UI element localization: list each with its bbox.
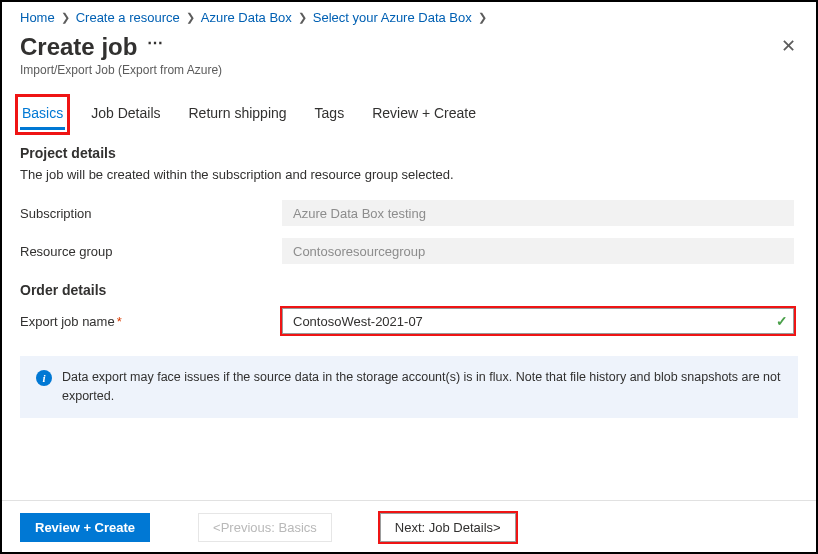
chevron-right-icon: ❯ xyxy=(478,11,487,24)
breadcrumb-azure-data-box[interactable]: Azure Data Box xyxy=(201,10,292,25)
info-icon: i xyxy=(36,370,52,386)
breadcrumb: Home ❯ Create a resource ❯ Azure Data Bo… xyxy=(20,8,798,33)
close-icon[interactable]: ✕ xyxy=(781,33,798,55)
export-job-name-input[interactable] xyxy=(282,308,794,334)
tab-job-details[interactable]: Job Details xyxy=(89,99,162,130)
subscription-label: Subscription xyxy=(20,206,282,221)
info-text: Data export may face issues if the sourc… xyxy=(62,368,782,406)
order-details-heading: Order details xyxy=(20,282,798,298)
breadcrumb-select-data-box[interactable]: Select your Azure Data Box xyxy=(313,10,472,25)
create-job-blade: Home ❯ Create a resource ❯ Azure Data Bo… xyxy=(0,0,818,554)
export-job-name-label: Export job name* xyxy=(20,314,282,329)
tab-review-create[interactable]: Review + Create xyxy=(370,99,478,130)
page-subtitle: Import/Export Job (Export from Azure) xyxy=(20,63,222,77)
subscription-value: Azure Data Box testing xyxy=(282,200,794,226)
page-title: Create job ⋯ xyxy=(20,33,222,61)
tab-tags[interactable]: Tags xyxy=(313,99,347,130)
more-actions-icon[interactable]: ⋯ xyxy=(147,35,163,51)
info-banner: i Data export may face issues if the sou… xyxy=(20,356,798,418)
tab-basics[interactable]: Basics xyxy=(20,99,65,130)
breadcrumb-home[interactable]: Home xyxy=(20,10,55,25)
previous-basics-button: <Previous: Basics xyxy=(198,513,332,542)
resource-group-value: Contosoresourcegroup xyxy=(282,238,794,264)
chevron-right-icon: ❯ xyxy=(298,11,307,24)
breadcrumb-create-resource[interactable]: Create a resource xyxy=(76,10,180,25)
project-details-desc: The job will be created within the subsc… xyxy=(20,167,798,182)
tab-return-shipping[interactable]: Return shipping xyxy=(187,99,289,130)
next-job-details-button[interactable]: Next: Job Details> xyxy=(380,513,516,542)
chevron-right-icon: ❯ xyxy=(186,11,195,24)
chevron-right-icon: ❯ xyxy=(61,11,70,24)
resource-group-label: Resource group xyxy=(20,244,282,259)
footer-actions: Review + Create <Previous: Basics Next: … xyxy=(2,500,816,542)
review-create-button[interactable]: Review + Create xyxy=(20,513,150,542)
project-details-heading: Project details xyxy=(20,145,798,161)
export-job-name-field: ✓ xyxy=(282,308,794,334)
required-indicator: * xyxy=(117,314,122,329)
tabs: Basics Job Details Return shipping Tags … xyxy=(20,99,798,131)
